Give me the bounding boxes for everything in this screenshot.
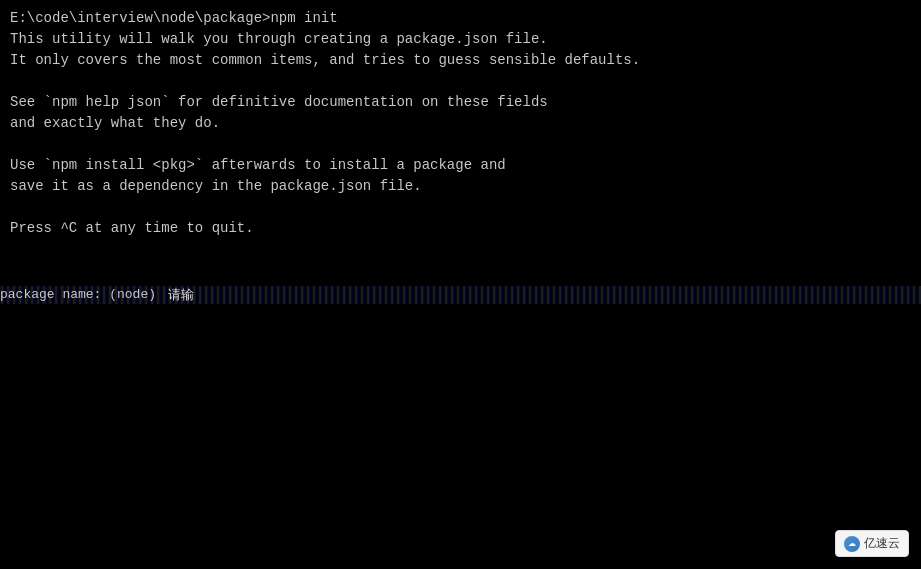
watermark-icon: ☁ (844, 536, 860, 552)
terminal-line-5: See `npm help json` for definitive docum… (10, 92, 911, 113)
cloud-icon: ☁ (848, 539, 856, 548)
watermark-badge: ☁ 亿速云 (835, 530, 909, 557)
terminal-line-10 (10, 197, 911, 218)
terminal-line-6: and exactly what they do. (10, 113, 911, 134)
glitch-chinese-text: 请输 (168, 286, 194, 304)
terminal-line-11: Press ^C at any time to quit. (10, 218, 911, 239)
glitch-prompt-text: package name: (node) (0, 286, 164, 304)
terminal-line-8: Use `npm install <pkg>` afterwards to in… (10, 155, 911, 176)
terminal-line-9: save it as a dependency in the package.j… (10, 176, 911, 197)
terminal-line-7 (10, 134, 911, 155)
terminal-line-3: It only covers the most common items, an… (10, 50, 911, 71)
watermark-text: 亿速云 (864, 535, 900, 552)
terminal-window: E:\code\interview\node\package>npm init … (0, 0, 921, 569)
terminal-empty-area (0, 309, 921, 569)
terminal-line-2: This utility will walk you through creat… (10, 29, 911, 50)
terminal-line-4 (10, 71, 911, 92)
terminal-line-1: E:\code\interview\node\package>npm init (10, 8, 911, 29)
glitch-bar: package name: (node) 请输 (0, 286, 921, 304)
